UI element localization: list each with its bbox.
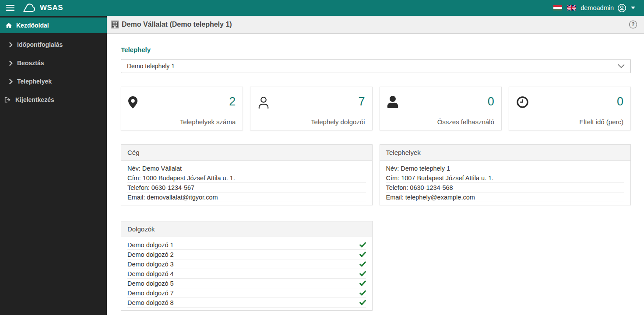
sign-out-icon bbox=[4, 97, 11, 103]
stat-label: Összes felhasználó bbox=[387, 118, 494, 126]
stat-value: 0 bbox=[488, 96, 494, 108]
hungarian-flag-icon[interactable] bbox=[553, 5, 562, 10]
sidebar-item-idopontfoglalas[interactable]: Időpontfoglalás bbox=[0, 35, 107, 54]
stat-card-telephelyek-szama: 2 Telephelyek száma bbox=[121, 87, 243, 130]
worker-name: Demo dolgozó 7 bbox=[127, 290, 174, 297]
user-filled-icon bbox=[387, 96, 398, 108]
stat-label: Telephely dolgozói bbox=[257, 118, 365, 126]
user-circle-icon bbox=[617, 4, 626, 13]
info-row: Telefon: 0630-1234-568 bbox=[386, 183, 625, 192]
telephely-section-title: Telephely bbox=[121, 46, 631, 53]
check-icon bbox=[359, 300, 366, 305]
stat-value: 0 bbox=[617, 96, 623, 108]
chevron-right-icon bbox=[9, 78, 13, 85]
user-outline-icon bbox=[257, 96, 270, 109]
page-body: Telephely Demo telephely 1 2 bbox=[107, 34, 644, 311]
brand-name: WSAS bbox=[40, 4, 63, 12]
sidebar: Kezdőoldal Időpontfoglalás Beosztás Tele… bbox=[0, 16, 107, 315]
stat-label: Telephelyek száma bbox=[128, 118, 236, 126]
uk-flag-icon[interactable] bbox=[567, 5, 576, 10]
hamburger-menu-icon[interactable] bbox=[5, 3, 15, 13]
stat-label: Eltelt idő (perc) bbox=[516, 118, 623, 126]
check-icon bbox=[359, 271, 366, 276]
company-panel: Cég Név: Demo Vállalat Cím: 1000 Budapes… bbox=[121, 144, 373, 205]
worker-name: Demo dolgozó 3 bbox=[127, 261, 174, 268]
brand[interactable]: WSAS bbox=[22, 4, 63, 13]
workers-panel: Dolgozók Demo dolgozó 1 Demo dolgozó 2 D… bbox=[121, 221, 373, 311]
info-row: Telefon: 0630-1234-567 bbox=[127, 183, 366, 192]
info-row: Email: telephely@example.com bbox=[386, 192, 625, 202]
home-icon bbox=[5, 22, 12, 28]
worker-name: Demo dolgozó 5 bbox=[127, 280, 174, 287]
content-header: Demo Vállalat (Demo telephely 1) ? bbox=[107, 16, 644, 34]
sidebar-item-label: Kezdőoldal bbox=[16, 22, 49, 29]
user-name: demoadmin bbox=[581, 4, 614, 11]
stat-card-osszes-felhasznalo: 0 Összes felhasználó bbox=[380, 87, 502, 130]
info-row: Cím: 1007 Budapest József Attila u. 1. bbox=[386, 173, 625, 183]
info-row: Cím: 1000 Budapest József Attila u. 1. bbox=[127, 173, 366, 183]
chevron-right-icon bbox=[9, 42, 13, 48]
caret-down-icon bbox=[631, 7, 635, 9]
chevron-right-icon bbox=[9, 60, 13, 66]
main-content: Demo Vállalat (Demo telephely 1) ? Telep… bbox=[107, 16, 644, 315]
sidebar-item-kijelentkezes[interactable]: Kijelentkezés bbox=[0, 91, 107, 109]
clock-icon bbox=[516, 96, 529, 108]
worker-name: Demo dolgozó 8 bbox=[127, 299, 174, 306]
worker-name: Demo dolgozó 1 bbox=[127, 242, 174, 248]
worker-name: Demo dolgozó 4 bbox=[127, 270, 174, 277]
sidebar-item-label: Telephelyek bbox=[17, 78, 52, 85]
sidebar-item-telephelyek[interactable]: Telephelyek bbox=[0, 72, 107, 91]
worker-row: Demo dolgozó 3 bbox=[127, 259, 366, 269]
stat-card-eltelt-ido: 0 Eltelt idő (perc) bbox=[509, 87, 631, 130]
cloud-logo-icon bbox=[22, 4, 36, 13]
topbar-right: demoadmin bbox=[553, 4, 644, 13]
info-row: Név: Demo telephely 1 bbox=[386, 164, 625, 173]
chevron-down-icon bbox=[618, 64, 625, 68]
worker-name: Demo dolgozó 2 bbox=[127, 251, 174, 258]
sidebar-item-label: Kijelentkezés bbox=[15, 96, 54, 103]
telephely-select-value: Demo telephely 1 bbox=[127, 63, 175, 70]
building-icon bbox=[111, 21, 119, 28]
sidebar-item-kezdooldal[interactable]: Kezdőoldal bbox=[0, 18, 107, 33]
map-marker-icon bbox=[128, 96, 137, 109]
worker-row: Demo dolgozó 4 bbox=[127, 269, 366, 279]
check-icon bbox=[359, 280, 366, 286]
top-bar: WSAS demoadmin bbox=[0, 0, 644, 16]
worker-row: Demo dolgozó 7 bbox=[127, 288, 366, 298]
sidebar-item-label: Beosztás bbox=[17, 60, 44, 66]
workers-panel-title: Dolgozók bbox=[121, 221, 372, 237]
page-title: Demo Vállalat (Demo telephely 1) bbox=[122, 21, 232, 28]
sidebar-item-label: Időpontfoglalás bbox=[17, 41, 63, 48]
stat-value: 7 bbox=[358, 96, 365, 108]
sidebar-item-beosztas[interactable]: Beosztás bbox=[0, 54, 107, 72]
stat-cards: 2 Telephelyek száma 7 Tele bbox=[121, 87, 631, 130]
worker-row: Demo dolgozó 8 bbox=[127, 298, 366, 308]
worker-row: Demo dolgozó 5 bbox=[127, 279, 366, 288]
check-icon bbox=[359, 252, 366, 257]
info-row: Email: demovallalat@itgyor.com bbox=[127, 192, 366, 202]
site-panel-title: Telephelyek bbox=[380, 145, 631, 161]
worker-row: Demo dolgozó 2 bbox=[127, 250, 366, 259]
worker-row: Demo dolgozó 1 bbox=[127, 240, 366, 250]
help-icon[interactable]: ? bbox=[629, 21, 637, 28]
site-panel: Telephelyek Név: Demo telephely 1 Cím: 1… bbox=[380, 144, 631, 205]
info-row: Név: Demo Vállalat bbox=[127, 164, 366, 173]
company-panel-title: Cég bbox=[121, 145, 372, 161]
stat-value: 2 bbox=[229, 96, 236, 108]
telephely-select[interactable]: Demo telephely 1 bbox=[121, 59, 631, 73]
info-panels: Cég Név: Demo Vállalat Cím: 1000 Budapes… bbox=[121, 144, 631, 205]
check-icon bbox=[359, 242, 366, 248]
check-icon bbox=[359, 261, 366, 267]
check-icon bbox=[359, 290, 366, 296]
stat-card-telephely-dolgozoi: 7 Telephely dolgozói bbox=[250, 87, 372, 130]
user-menu[interactable]: demoadmin bbox=[581, 4, 635, 13]
